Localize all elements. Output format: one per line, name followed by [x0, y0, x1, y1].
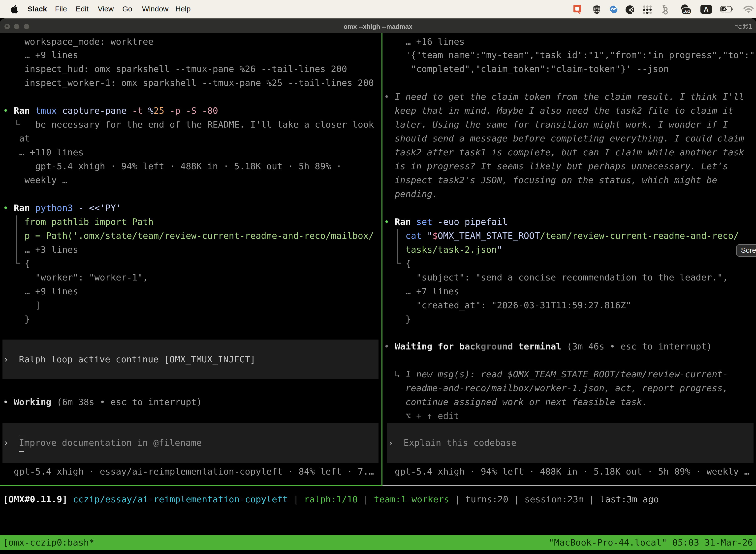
right-pane-input-box[interactable]: ›Explain this codebase [387, 423, 754, 463]
wifi-menubar-icon[interactable] [743, 5, 754, 13]
thinking-line: • I need to get the claim token from the… [384, 90, 744, 104]
timer-badge-menubar-icon[interactable]: ..61 [681, 4, 692, 15]
left-pane-input-box[interactable]: ›Improve documentation in @filename [2, 423, 378, 463]
recorder-disc-menubar-icon[interactable] [625, 5, 634, 14]
text-segment: Ran [14, 106, 30, 116]
text-segment: session:23m [524, 494, 583, 505]
menu-window[interactable]: Window [142, 0, 169, 18]
tmux-status-bar: [omx-cczip0:bash* "MacBook-Pro-44.local"… [0, 535, 756, 550]
tmux-pane-divider[interactable] [381, 33, 382, 486]
text-segment: … +9 lines [3, 286, 78, 296]
ran-command-line: • Ran set -euo pipefail [384, 215, 508, 229]
output-connector-elbow [16, 124, 20, 125]
text-segment [384, 230, 405, 241]
text-segment: cat [405, 230, 422, 241]
text-segment: [OMX#0.11.9] [3, 494, 67, 505]
text-segment: … +16 lines [384, 36, 464, 46]
text-segment: } [3, 314, 30, 324]
text-segment: "worker": "worker-1", [3, 272, 148, 282]
thinking-line: task2 after task1 is complete, but can I… [384, 146, 744, 159]
text-segment: last:3m ago [600, 494, 659, 505]
dots-grid-menubar-icon[interactable] [643, 5, 651, 14]
text-segment [30, 106, 35, 116]
text-segment: team:1 workers [374, 494, 449, 505]
text-segment: gpt-5.4 xhigh · 94% left · 488K in · 5.1… [384, 466, 750, 477]
fold-line: … +9 lines [3, 48, 78, 62]
text-segment: } [384, 314, 411, 324]
input-placeholder-text: Improve documentation in @filename [19, 436, 202, 450]
text-segment: -t [127, 106, 143, 116]
output-line: "created_at": "2026-03-31T11:59:27.816Z" [384, 298, 631, 312]
battery-charging-menubar-icon[interactable] [720, 6, 734, 12]
fold-line: … +7 lines [384, 284, 459, 298]
thinking-line: pending. [384, 187, 438, 201]
text-segment: I need to get the claim token from the c… [395, 92, 744, 102]
menu-file[interactable]: File [55, 0, 67, 18]
text-segment: 25 [153, 106, 164, 116]
model-status-line: gpt-5.4 xhigh · essay/ai-reimplementatio… [3, 465, 374, 479]
command-line: cat "$OMX_TEAM_STATE_ROOT/team/review-cu… [384, 229, 739, 243]
text-segment: -p [164, 106, 180, 116]
text-segment: • [3, 106, 14, 116]
output-connector-elbow [397, 263, 401, 263]
text-segment: continue assigned work or next feasible … [384, 397, 647, 407]
menu-view[interactable]: View [98, 0, 114, 18]
text-segment [30, 203, 35, 213]
left-pane-injected-prompt-box[interactable]: ›Ralph loop active continue [OMX_TMUX_IN… [2, 340, 378, 380]
menu-app-name[interactable]: Slack [27, 0, 47, 18]
omx-status-line: [OMX#0.11.9] cczip/essay/ai-reimplementa… [3, 493, 659, 507]
screen-sharing-button[interactable]: Scre [736, 244, 756, 257]
text-segment: | [449, 494, 465, 505]
shield-grid-menubar-icon[interactable] [592, 5, 601, 14]
edit-hint-line: ⌥ + ↑ edit [384, 409, 459, 423]
text-segment: readme-and-reco/mailbox/worker-1.json, a… [384, 383, 728, 393]
output-line: } [384, 312, 411, 326]
input-source-menubar-icon[interactable]: A [700, 5, 712, 14]
text-segment: later. Using the same for transition mig… [384, 119, 728, 129]
text-segment: keep that in mind. Maybe I also need the… [384, 106, 734, 116]
tmux-pane-border-right [382, 485, 756, 486]
tmux-host-clock: "MacBook-Pro-44.local" 05:03 31-Mar-26 [549, 535, 753, 550]
output-line: '{"team_name":"my-team","task_id":"1","f… [384, 48, 755, 62]
tmux-terminal[interactable]: workspace_mode: worktree … +9 lines insp… [0, 33, 756, 554]
text-segment: be necessary for the end of the README. … [3, 119, 374, 129]
window-shortcut-badge: ⌥⌘1 [735, 19, 753, 34]
text-segment: workspace_mode: worktree [3, 36, 153, 46]
output-line: } [3, 312, 30, 326]
fold-line: … +110 lines [3, 146, 83, 159]
text-segment: gpt-5.4 xhigh · essay/ai-reimplementatio… [3, 466, 374, 477]
output-line: inspect_hud: omx sparkshell --tmux-pane … [3, 62, 347, 76]
text-segment: • [3, 203, 14, 213]
text-segment: tmux [35, 106, 57, 116]
chat-app-menubar-icon[interactable] [573, 5, 581, 14]
text-segment: capture-pane [57, 106, 127, 116]
window-titlebar[interactable]: omx --xhigh --madmax ⌥⌘1 [0, 18, 756, 33]
text-segment: tasks/task-2.json [405, 244, 497, 255]
menu-go[interactable]: Go [122, 0, 132, 18]
window-title: omx --xhigh --madmax [0, 19, 756, 34]
apple-menu-icon[interactable] [11, 5, 18, 13]
menu-edit[interactable]: Edit [76, 0, 88, 18]
output-line: ] [3, 298, 41, 312]
thinking-line: inspect task2's JSON, focusing on the st… [384, 173, 717, 187]
menu-help[interactable]: Help [175, 0, 191, 18]
tmux-pane-border-left [0, 485, 382, 486]
new-message-line: continue assigned work or next feasible … [384, 395, 647, 409]
dragon-vpn-menubar-icon[interactable] [662, 4, 669, 15]
text-segment: -80 [196, 106, 218, 116]
svg-text:..61: ..61 [683, 8, 691, 14]
text-segment: from pathlib import Path [3, 216, 153, 227]
text-segment [67, 494, 73, 505]
text-segment [411, 216, 416, 227]
output-line: be necessary for the end of the README. … [3, 118, 374, 131]
prompt-chevron-icon: › [3, 353, 9, 367]
output-line: at [3, 131, 30, 146]
text-segment: … +110 lines [3, 147, 83, 157]
text-segment: "completed","claim_token":"claim-token"}… [384, 64, 669, 74]
pulse-badge-menubar-icon[interactable] [610, 5, 618, 13]
prompt-chevron-icon: › [3, 436, 9, 450]
text-segment: weekly … [3, 175, 67, 185]
text-segment [422, 230, 427, 241]
text-segment: Working [14, 397, 51, 407]
output-line: weekly … [3, 173, 67, 187]
